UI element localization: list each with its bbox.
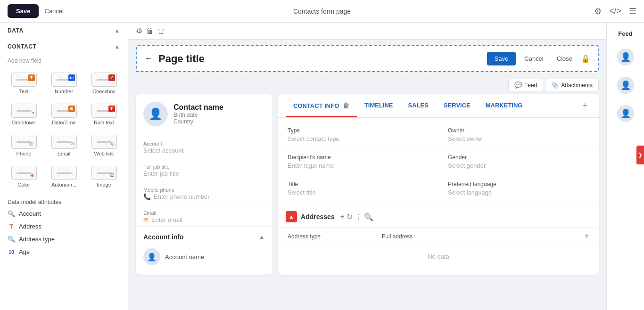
data-model-age[interactable]: 10 Age xyxy=(0,245,128,258)
tab-service[interactable]: SERVICE xyxy=(436,95,478,116)
menu-lines-icon[interactable]: ☰ xyxy=(629,6,636,16)
page-header-area: ← Save Cancel Close 🔒 xyxy=(136,45,599,72)
feed-tab[interactable]: 💬 Feed xyxy=(508,79,543,91)
toolbar-gear-icon[interactable]: ⚙ xyxy=(136,26,142,35)
account-name-preview: 👤 Account name xyxy=(136,245,272,269)
feed-panel: Feed 👤 👤 👤 xyxy=(606,23,644,310)
back-button[interactable]: ← xyxy=(144,54,153,64)
account-field-value[interactable]: Select account xyxy=(143,147,265,154)
page-title-input[interactable] xyxy=(158,53,481,65)
field-type-autonum[interactable]: ≡ Autonum... xyxy=(46,163,82,190)
field-type-text[interactable]: T Text xyxy=(6,70,42,97)
feed-panel-title: Feed xyxy=(618,30,632,37)
toolbar-trash-icon[interactable]: 🗑 xyxy=(146,27,154,35)
address-label: Address xyxy=(19,223,41,230)
tab-timeline[interactable]: TIMELINE xyxy=(357,95,401,116)
right-edge-toggle[interactable]: ❯ xyxy=(636,146,644,164)
email-field-value[interactable]: ✉ Enter email xyxy=(143,216,265,223)
field-type-image[interactable]: 🖼 Image xyxy=(86,163,122,190)
preferred-language-field: Preferred language Select language xyxy=(438,175,599,202)
checkbox-badge: ✓ xyxy=(108,74,115,81)
data-model-address-type[interactable]: 🔍 Address type xyxy=(0,233,128,245)
recipients-name-value[interactable]: Enter legal name xyxy=(288,162,429,169)
type-value[interactable]: Select contact type xyxy=(288,135,429,142)
contact-info-tab-trash[interactable]: 🗑 xyxy=(343,102,349,109)
checkbox-field-icon: ✓ xyxy=(91,73,117,87)
field-type-email[interactable]: ✉ Email xyxy=(46,132,82,159)
feed-avatar-icon-2: 👤 xyxy=(620,80,631,90)
account-field-label: Account xyxy=(143,141,265,147)
type-field: Type Select contact type xyxy=(278,122,438,148)
main-layout: DATA ▲ CONTACT ▲ Add new field T Text 10 xyxy=(0,23,644,310)
feed-tab-label: Feed xyxy=(524,82,537,89)
cancel-button[interactable]: Cancel xyxy=(44,8,63,15)
owner-field: Owner Select owner xyxy=(438,122,599,148)
tab-add-button[interactable]: + xyxy=(578,94,591,117)
data-section-header[interactable]: DATA ▲ xyxy=(0,23,128,39)
field-type-richtext[interactable]: T Rich text xyxy=(86,101,122,128)
field-type-weblink[interactable]: ⊕ Web link xyxy=(86,132,122,159)
addresses-refresh-btn[interactable]: ↻ xyxy=(347,212,353,221)
addresses-collapse-btn[interactable]: ▲ xyxy=(286,211,297,222)
left-sidebar: DATA ▲ CONTACT ▲ Add new field T Text 10 xyxy=(0,23,128,310)
settings-icon[interactable]: ⚙ xyxy=(594,6,602,16)
header-close-button[interactable]: Close xyxy=(552,52,577,65)
email-placeholder: Enter email xyxy=(151,216,182,223)
add-field-label: Add new field xyxy=(0,55,128,66)
data-section-chevron: ▲ xyxy=(115,27,120,34)
text-badge: T xyxy=(28,74,35,81)
field-type-phone[interactable]: ☏ Phone xyxy=(6,132,42,159)
data-model-address[interactable]: T Address xyxy=(0,220,128,233)
no-data-label: No data xyxy=(278,245,599,268)
mobile-phone-value[interactable]: 📞 Enter phone number xyxy=(143,193,265,200)
weblink-field-icon: ⊕ xyxy=(91,135,117,149)
contact-section-header[interactable]: CONTACT ▲ xyxy=(0,39,128,55)
contact-country: Country xyxy=(173,118,223,125)
add-address-col-btn[interactable]: + xyxy=(584,231,589,241)
addresses-search-btn[interactable]: 🔍 xyxy=(364,212,373,221)
attachments-tab[interactable]: 📎 Attachments xyxy=(545,79,599,91)
save-button[interactable]: Save xyxy=(8,4,39,18)
addresses-add-btn[interactable]: + xyxy=(340,212,345,221)
tab-sales[interactable]: SALES xyxy=(401,95,436,116)
account-info-header[interactable]: Account info ▲ xyxy=(136,226,272,245)
toolbar-trash-alt-icon[interactable]: 🗑 xyxy=(157,27,165,35)
color-field-icon: ◉ xyxy=(11,166,37,180)
recipients-name-field: Recipient's name Enter legal name xyxy=(278,148,438,175)
feed-avatar-icon-1: 👤 xyxy=(620,52,631,62)
address-text-icon: T xyxy=(8,223,15,230)
tab-contact-info[interactable]: CONTACT INFO 🗑 xyxy=(286,95,357,117)
mobile-phone-field: Mobile phone 📞 Enter phone number xyxy=(136,184,272,203)
field-type-dropdown[interactable]: ▾ Dropdown xyxy=(6,101,42,128)
field-type-number[interactable]: 10 Number xyxy=(46,70,82,97)
account-avatar: 👤 xyxy=(143,248,160,265)
preferred-language-value[interactable]: Select language xyxy=(448,189,589,196)
lock-icon: 🔒 xyxy=(581,54,590,63)
contact-birthdate: Birth date xyxy=(173,112,223,118)
checkbox-field-label: Checkbox xyxy=(92,89,116,94)
field-type-datetime[interactable]: ⊕ Date/Time xyxy=(46,101,82,128)
autonum-field-icon: ≡ xyxy=(51,166,77,180)
feed-avatar-1: 👤 xyxy=(617,49,634,65)
header-save-button[interactable]: Save xyxy=(487,52,516,65)
field-type-grid: T Text 10 Number ✓ Checkbox xyxy=(0,66,128,194)
addresses-more-btn[interactable]: ⋮ xyxy=(355,212,362,221)
left-contact-card: 👤 Contact name Birth date Country Accoun… xyxy=(136,94,272,275)
code-icon[interactable]: </> xyxy=(609,6,621,16)
color-field-label: Color xyxy=(17,182,30,188)
title-value[interactable]: Select title xyxy=(288,189,429,196)
data-model-account[interactable]: 🔍 Account xyxy=(0,207,128,220)
mobile-phone-label: Mobile phone xyxy=(143,187,265,193)
dropdown-field-icon: ▾ xyxy=(11,104,37,118)
tab-marketing[interactable]: MARKETING xyxy=(478,95,530,116)
owner-value[interactable]: Select owner xyxy=(448,135,589,142)
field-type-color[interactable]: ◉ Color xyxy=(6,163,42,190)
field-type-checkbox[interactable]: ✓ Checkbox xyxy=(86,70,122,97)
account-info-title: Account info xyxy=(143,233,184,241)
gender-value[interactable]: Select gender xyxy=(448,162,589,169)
page-header-actions: Save Cancel Close 🔒 xyxy=(487,52,590,65)
header-cancel-button[interactable]: Cancel xyxy=(520,52,548,65)
address-type-col-header: Address type xyxy=(288,233,382,240)
attachments-tab-icon: 📎 xyxy=(551,82,559,89)
job-title-value[interactable]: Enter job title xyxy=(143,170,265,177)
